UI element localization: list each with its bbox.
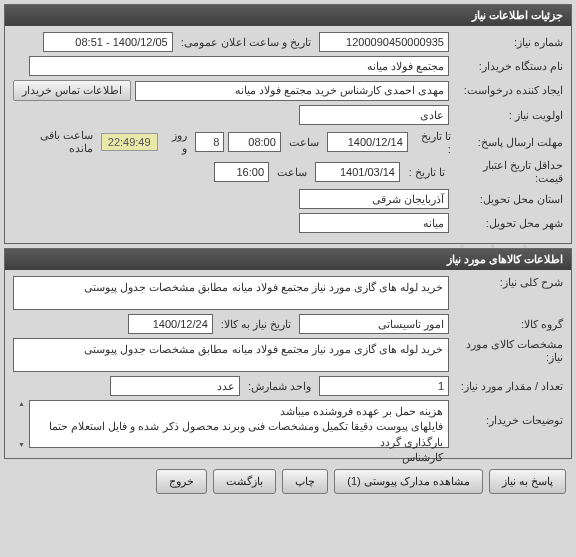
need-date-label: تاریخ نیاز به کالا:: [217, 318, 295, 331]
desc-field: خرید لوله های گازی مورد نیاز مجتمع فولاد…: [13, 276, 449, 310]
buyer-label: نام دستگاه خریدار:: [453, 60, 563, 73]
scroll-up-icon[interactable]: ▲: [13, 400, 25, 407]
back-button[interactable]: بازگشت: [213, 469, 276, 494]
need-date-field: 1400/12/24: [128, 314, 213, 334]
priority-label: اولویت نیاز :: [453, 109, 563, 122]
qty-label: تعداد / مقدار مورد نیاز:: [453, 380, 563, 393]
city-field: میانه: [299, 213, 449, 233]
print-button[interactable]: چاپ: [282, 469, 328, 494]
city-label: شهر محل تحویل:: [453, 217, 563, 230]
need-details-header: جزئیات اطلاعات نیاز: [5, 5, 571, 26]
scroll-down-icon[interactable]: ▼: [13, 441, 25, 448]
province-field: آذربایجان شرقی: [299, 189, 449, 209]
footer-toolbar: پاسخ به نیاز مشاهده مدارک پیوستی (1) چاپ…: [0, 463, 576, 500]
deadline-date-field: 1400/12/14: [327, 132, 408, 152]
announce-field: 1400/12/05 - 08:51: [43, 32, 173, 52]
need-details-panel: جزئیات اطلاعات نیاز شماره نیاز: 12000904…: [4, 4, 572, 244]
remaining-label: ساعت باقی مانده: [13, 129, 97, 155]
province-label: استان محل تحویل:: [453, 193, 563, 206]
unit-label: واحد شمارش:: [244, 380, 315, 393]
goods-info-header: اطلاعات کالاهای مورد نیاز: [5, 249, 571, 270]
need-number-field: 1200090450000935: [319, 32, 449, 52]
contact-buyer-button[interactable]: اطلاعات تماس خریدار: [13, 80, 131, 101]
desc-label: شرح کلی نیاز:: [453, 276, 563, 289]
days-field: 8: [195, 132, 224, 152]
respond-button[interactable]: پاسخ به نیاز: [489, 469, 566, 494]
requester-field: مهدی احمدی کارشناس خرید مجتمع فولاد میان…: [135, 81, 449, 101]
days-suffix: روز و: [162, 129, 192, 155]
validity-time-field: 16:00: [214, 162, 269, 182]
notes-label: توضیحات خریدار:: [453, 400, 563, 448]
buyer-field: مجتمع فولاد میانه: [29, 56, 449, 76]
requester-label: ایجاد کننده درخواست:: [453, 84, 563, 97]
exit-button[interactable]: خروج: [156, 469, 207, 494]
notes-field: هزینه حمل بر عهده فروشنده میباشد فایلهای…: [29, 400, 449, 448]
time-label-2: ساعت: [273, 166, 311, 179]
unit-field: عدد: [110, 376, 240, 396]
qty-field: 1: [319, 376, 449, 396]
to-date-label-2: تا تاریخ :: [404, 166, 449, 179]
validity-label: حداقل تاریخ اعتبار قیمت:: [453, 159, 563, 185]
time-label-1: ساعت: [285, 136, 323, 149]
spec-label: مشخصات کالای مورد نیاز:: [453, 338, 563, 364]
notes-scrollbar[interactable]: ▲ ▼: [13, 400, 25, 448]
need-number-label: شماره نیاز:: [453, 36, 563, 49]
group-field: امور تاسیساتی: [299, 314, 449, 334]
deadline-time-field: 08:00: [228, 132, 281, 152]
goods-info-panel: اطلاعات کالاهای مورد نیاز شرح کلی نیاز: …: [4, 248, 572, 459]
spec-field: خرید لوله های گازی مورد نیاز مجتمع فولاد…: [13, 338, 449, 372]
countdown-timer: 22:49:49: [101, 133, 158, 151]
priority-field: عادی: [299, 105, 449, 125]
deadline-label: مهلت ارسال پاسخ:: [459, 136, 563, 149]
group-label: گروه کالا:: [453, 318, 563, 331]
announce-label: تاریخ و ساعت اعلان عمومی:: [177, 36, 315, 49]
to-date-label-1: تا تاریخ :: [412, 130, 455, 155]
attachments-button[interactable]: مشاهده مدارک پیوستی (1): [334, 469, 483, 494]
validity-date-field: 1401/03/14: [315, 162, 400, 182]
